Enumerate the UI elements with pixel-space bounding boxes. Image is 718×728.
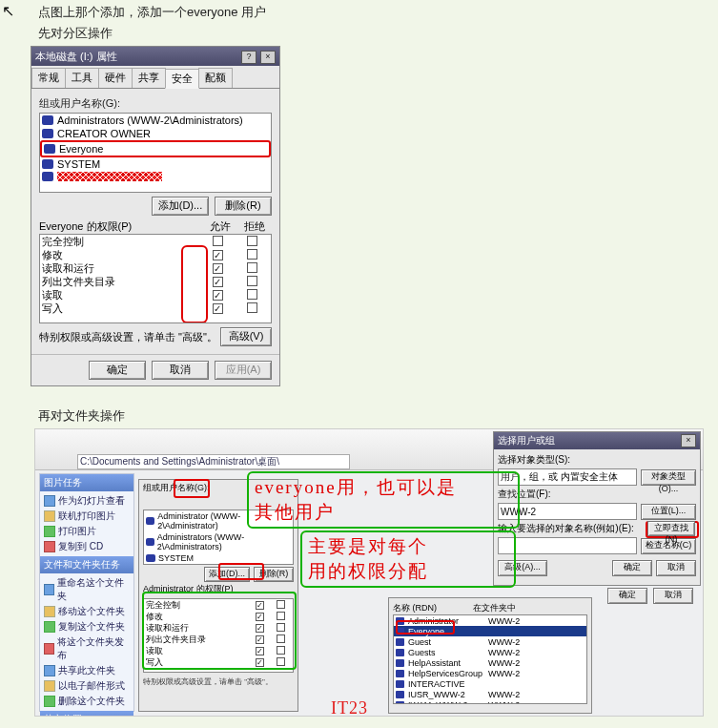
taskpane-section-header[interactable]: 图片任务 [40, 474, 133, 491]
user-row[interactable]: CREATOR OWNER [40, 127, 271, 140]
allow-checkbox[interactable] [213, 250, 223, 260]
cancel-button-3[interactable]: 取消 [653, 588, 693, 604]
result-row[interactable]: IWAM_WWW-2WWW-2 [394, 699, 586, 704]
location-button[interactable]: 位置(L)... [641, 504, 696, 520]
user-row[interactable]: Users (WWW-2\Users) [144, 564, 293, 565]
allow-checkbox[interactable] [256, 624, 264, 633]
taskpane-item[interactable]: 共享此文件夹 [44, 663, 130, 678]
user-row[interactable]: Administrators (WWW-2\Administrators) [40, 114, 271, 127]
apply-button[interactable]: 应用(A) [215, 361, 272, 380]
deny-checkbox[interactable] [247, 276, 257, 286]
help-button[interactable]: ? [241, 51, 256, 64]
taskpane-item[interactable]: 移动这个文件夹 [44, 604, 130, 619]
results-listbox[interactable]: AdministratorWWW-2EveryoneGuestWWW-2Gues… [393, 614, 587, 704]
task-icon [44, 606, 55, 617]
taskpane-item[interactable]: 删除这个文件夹 [44, 694, 130, 709]
deny-checkbox[interactable] [277, 612, 285, 620]
tab-4[interactable]: 安全 [165, 69, 199, 89]
result-row[interactable]: IUSR_WWW-2WWW-2 [394, 689, 586, 699]
user-row[interactable]: Everyone [42, 142, 269, 156]
instruction-text-3: 再对文件夹操作 [38, 407, 718, 425]
add-button-2[interactable]: 添加(D)... [204, 567, 250, 582]
allow-checkbox[interactable] [256, 613, 264, 621]
allow-checkbox[interactable] [256, 647, 264, 655]
user-icon [396, 659, 404, 667]
taskpane-section-header[interactable]: 文件和文件夹任务 [40, 556, 133, 573]
result-row[interactable]: AdministratorWWW-2 [394, 615, 586, 626]
user-icon [396, 670, 404, 677]
allow-checkbox[interactable] [213, 236, 223, 246]
user-row[interactable]: SYSTEM [144, 552, 293, 564]
close-button-2[interactable]: × [681, 434, 696, 447]
deny-checkbox[interactable] [277, 646, 285, 655]
explorer-task-pane[interactable]: 图片任务作为幻灯片查看联机打印图片打印图片复制到 CD文件和文件夹任务重命名这个… [39, 473, 134, 712]
result-row[interactable]: Everyone [394, 626, 586, 636]
deny-checkbox[interactable] [277, 657, 285, 666]
remove-button-2[interactable]: 删除(R) [254, 567, 294, 582]
tab-1[interactable]: 工具 [65, 68, 99, 88]
tab-3[interactable]: 共享 [132, 68, 166, 88]
result-row[interactable]: HelpServicesGroupWWW-2 [394, 668, 586, 678]
remove-button[interactable]: 删除(R) [215, 197, 272, 216]
tab-0[interactable]: 常规 [31, 68, 66, 88]
result-row[interactable]: HelpAssistantWWW-2 [394, 657, 586, 668]
taskpane-item[interactable]: 作为幻灯片查看 [44, 493, 130, 509]
cancel-button-2[interactable]: 取消 [656, 560, 696, 576]
ok-button-3[interactable]: 确定 [607, 588, 647, 604]
result-row[interactable]: GuestWWW-2 [394, 636, 586, 647]
advanced-button[interactable]: 高级(V) [220, 327, 272, 346]
user-icon [42, 129, 53, 138]
permission-row: 修改 [40, 248, 271, 261]
allow-checkbox[interactable] [213, 263, 223, 274]
allow-checkbox[interactable] [256, 658, 264, 667]
tab-2[interactable]: 硬件 [98, 68, 133, 88]
result-row[interactable]: INTERACTIVE [394, 678, 586, 689]
object-type-button[interactable]: 对象类型(O)... [641, 469, 696, 486]
taskpane-section-header[interactable]: 其它位置 [40, 711, 133, 717]
result-row[interactable]: GuestsWWW-2 [394, 647, 586, 657]
user-row[interactable] [40, 171, 271, 182]
dialog-titlebar[interactable]: 本地磁盘 (I:) 属性 ? × [31, 47, 279, 66]
ok-button[interactable]: 确定 [89, 361, 146, 380]
taskpane-item[interactable]: 联机打印图片 [44, 509, 130, 524]
permission-row: 完全控制 [144, 599, 293, 611]
deny-checkbox[interactable] [247, 249, 257, 260]
cancel-button[interactable]: 取消 [152, 361, 209, 380]
add-button[interactable]: 添加(D)... [152, 197, 209, 216]
close-button[interactable]: × [260, 51, 276, 64]
deny-checkbox[interactable] [247, 302, 257, 313]
taskpane-item[interactable]: 打印图片 [44, 524, 130, 539]
user-row[interactable]: SYSTEM [40, 157, 271, 171]
taskpane-item[interactable]: 复制到 CD [44, 539, 130, 554]
allow-checkbox[interactable] [256, 635, 264, 644]
deny-checkbox[interactable] [277, 623, 285, 632]
taskpane-item[interactable]: 重命名这个文件夹 [44, 575, 130, 604]
deny-checkbox[interactable] [247, 289, 257, 300]
users-listbox[interactable]: Administrators (WWW-2\Administrators)CRE… [39, 113, 272, 193]
ok-button-2[interactable]: 确定 [612, 560, 652, 576]
deny-checkbox[interactable] [277, 600, 285, 609]
permission-label: 读取和运行 [42, 261, 200, 276]
taskpane-item[interactable]: 复制这个文件夹 [44, 619, 130, 634]
permissions-listbox-2[interactable]: 完全控制修改读取和运行列出文件夹目录读取写入 [143, 598, 294, 673]
deny-checkbox[interactable] [277, 634, 285, 643]
task-icon [44, 621, 55, 633]
object-name-field[interactable] [498, 537, 637, 554]
allow-checkbox[interactable] [256, 601, 264, 610]
allow-checkbox[interactable] [213, 290, 223, 301]
permission-row: 读取 [40, 288, 271, 302]
taskpane-item[interactable]: 将这个文件夹发布 [44, 634, 130, 663]
find-now-button[interactable]: 立即查找(N) [647, 521, 695, 536]
user-row[interactable]: Administrators (WWW-2\Administrators) [144, 531, 293, 552]
tab-5[interactable]: 配额 [198, 68, 233, 88]
deny-checkbox[interactable] [247, 236, 257, 246]
permission-row: 写入 [40, 302, 271, 315]
allow-checkbox[interactable] [213, 303, 223, 314]
taskpane-item[interactable]: 以电子邮件形式 [44, 678, 130, 694]
user-icon [42, 159, 53, 169]
allow-checkbox[interactable] [213, 277, 223, 287]
permission-row: 列出文件夹目录 [40, 275, 271, 288]
deny-checkbox[interactable] [247, 262, 257, 273]
permissions-listbox[interactable]: 完全控制修改读取和运行列出文件夹目录读取写入 [39, 234, 272, 323]
address-bar[interactable]: C:\Documents and Settings\Administrator\… [77, 454, 350, 469]
